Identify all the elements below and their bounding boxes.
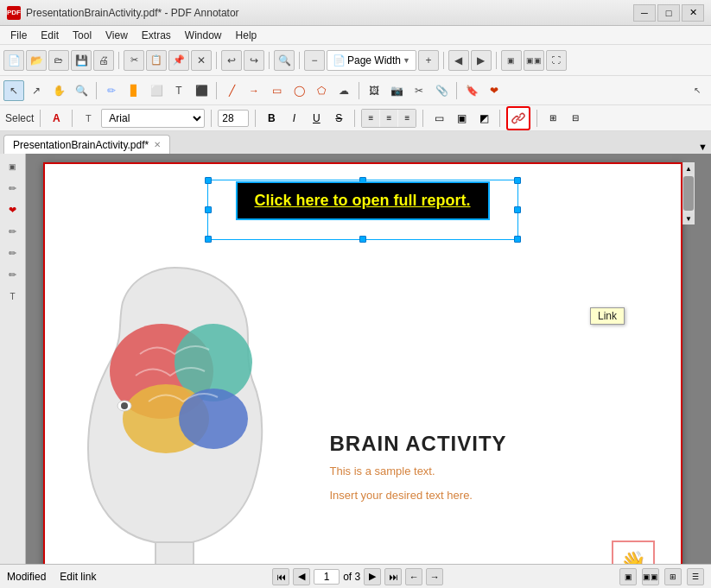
magnify-tool[interactable]: 🔍 [71,80,92,101]
forward-button[interactable]: → [426,568,443,585]
first-page-button[interactable]: ⏮ [272,568,289,585]
zoom-in-button[interactable]: + [418,50,439,71]
page-width-dropdown[interactable]: 📄 Page Width ▼ [327,50,416,71]
view-mode-1[interactable]: ▣ [619,568,637,585]
font-size-input[interactable] [218,110,249,127]
shade-btn[interactable]: ◩ [474,109,493,128]
sidebar-btn-5[interactable]: ✏ [3,243,22,262]
view-mode-2[interactable]: ▣▣ [642,568,659,585]
redo-button[interactable]: ↪ [244,50,264,71]
link-button[interactable] [506,106,530,130]
tab-dropdown-arrow[interactable]: ▼ [698,142,708,152]
stamp2-tool[interactable]: 🔖 [461,80,482,101]
minimize-button[interactable]: ─ [633,4,656,22]
save-button[interactable]: 💾 [71,50,92,71]
cloud-tool[interactable]: ☁ [333,80,354,101]
strikethrough-button[interactable]: S [329,109,348,128]
line-tool[interactable]: ╱ [221,80,242,101]
align-center-button[interactable]: ≡ [380,110,397,127]
view-mode-3[interactable]: ⊞ [664,568,682,585]
delete-button[interactable]: ✕ [191,50,212,71]
sidebar-btn-4[interactable]: ✏ [3,222,22,241]
align-left-button[interactable]: ≡ [362,110,379,127]
select-tool[interactable]: ↖ [3,80,24,101]
italic-button[interactable]: I [284,109,303,128]
font-color-btn[interactable]: A [47,109,66,128]
freehand-tool[interactable]: ✏ [101,80,122,101]
next-page-button[interactable]: ▶ [364,568,381,585]
bold-button[interactable]: B [262,109,281,128]
font-family-select[interactable]: Arial [101,109,205,128]
separator-5 [443,52,444,69]
sidebar-btn-2[interactable]: ✏ [3,179,22,198]
dropdown-arrow: ▼ [403,56,410,65]
attach-tool[interactable]: 📎 [431,80,452,101]
textbox-tool[interactable]: T [168,80,189,101]
fmt-sep-5 [354,110,355,127]
menu-edit[interactable]: Edit [34,28,66,43]
border-btn[interactable]: ▭ [429,109,448,128]
annotation-bar: ↖ ↗ ✋ 🔍 ✏ ▊ ⬜ T ⬛ ╱ → ▭ ◯ ⬠ ☁ 🖼 📷 ✂ 📎 🔖 … [0,76,711,105]
click-here-link[interactable]: Click here to open full report. [235,181,489,220]
undo-button[interactable]: ↩ [221,50,242,71]
brain-title: BRAIN ACTIVITY [330,432,663,456]
sidebar-btn-3[interactable]: ❤ [3,200,22,219]
sidebar-btn-7[interactable]: T [3,287,22,306]
ann-sep-3 [359,82,359,99]
open2-button[interactable]: 🗁 [48,50,69,71]
highlight-tool[interactable]: ▊ [124,80,144,101]
next-page-button[interactable]: ▶ [471,50,492,71]
select2-tool[interactable]: ↗ [26,80,47,101]
extra-format-2[interactable]: ⊟ [566,109,585,128]
paste-button[interactable]: 📌 [168,50,189,71]
menu-window[interactable]: Window [178,28,229,43]
zoom-out-button[interactable]: − [304,50,325,71]
rect-tool[interactable]: ▭ [266,80,287,101]
eraser-tool[interactable]: ⬜ [146,80,167,101]
polygon-tool[interactable]: ⬠ [311,80,332,101]
document-tab[interactable]: PresentationBrainActivity.pdf* ✕ [3,135,170,154]
crop-tool[interactable]: ✂ [409,80,429,101]
back-button[interactable]: ← [405,568,422,585]
align-right-button[interactable]: ≡ [398,110,416,127]
prev-page-button[interactable]: ◀ [448,50,469,71]
last-page-button[interactable]: ⏭ [384,568,402,585]
menu-tool[interactable]: Tool [66,28,98,43]
stamp-tool[interactable]: ⬛ [191,80,212,101]
close-button[interactable]: ✕ [682,4,704,22]
open-button[interactable]: 📂 [26,50,47,71]
arrow-tool[interactable]: → [244,80,264,101]
maximize-button[interactable]: □ [657,4,680,22]
sidebar-btn-1[interactable]: ▣ [3,157,22,176]
scrollbar-thumb[interactable] [683,176,694,211]
search-button[interactable]: 🔍 [274,50,295,71]
page-number-input[interactable] [314,569,340,585]
vertical-scrollbar[interactable]: ▲ ▼ [682,162,695,224]
cut-button[interactable]: ✂ [124,50,144,71]
menu-extras[interactable]: Extras [135,28,178,43]
view-mode-4[interactable]: ☰ [687,568,704,585]
two-page-button[interactable]: ▣▣ [524,50,544,71]
sidebar-btn-6[interactable]: ✏ [3,265,22,284]
separator-4 [299,52,300,69]
extra-tool-1[interactable]: ↖ [687,80,708,101]
camera-tool[interactable]: 📷 [386,80,407,101]
extra-format-1[interactable]: ⊞ [543,109,562,128]
hand-tool[interactable]: ✋ [48,80,69,101]
single-page-button[interactable]: ▣ [501,50,522,71]
copy-button[interactable]: 📋 [146,50,167,71]
fill-btn[interactable]: ▣ [452,109,471,128]
new-button[interactable]: 📄 [3,50,24,71]
menu-help[interactable]: Help [229,28,264,43]
fullscreen-button[interactable]: ⛶ [546,50,567,71]
menu-file[interactable]: File [3,28,34,43]
prev-page-button[interactable]: ◀ [293,568,310,585]
print-button[interactable]: 🖨 [93,50,114,71]
ellipse-tool[interactable]: ◯ [289,80,309,101]
menu-view[interactable]: View [98,28,135,43]
image-tool[interactable]: 🖼 [364,80,384,101]
heart-tool[interactable]: ❤ [484,80,505,101]
tab-close-button[interactable]: ✕ [154,140,161,149]
underline-button[interactable]: U [307,109,326,128]
title-bar: PDF PresentationBrainActivity.pdf* - PDF… [0,0,711,26]
